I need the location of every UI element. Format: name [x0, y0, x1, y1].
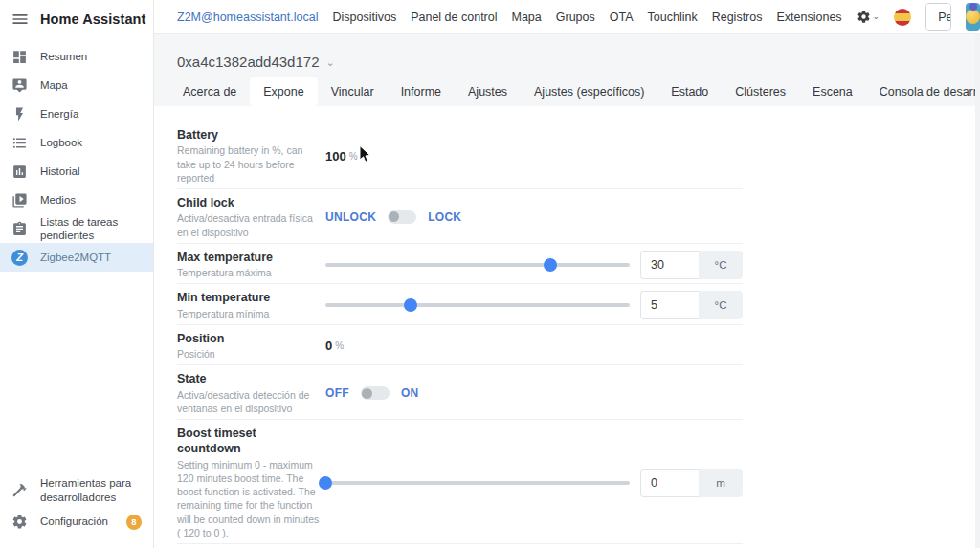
on-option-button[interactable]: LOCK	[428, 210, 461, 224]
expose-row-min-temperature: Min temperatureTemperatura mínima5°C	[177, 284, 743, 325]
expose-description: Activa/desactiva entrada física en el di…	[177, 211, 320, 239]
notification-badge: 8	[126, 515, 142, 530]
expose-label: State	[177, 371, 320, 386]
topnav-link-registros[interactable]: Registros	[712, 11, 763, 24]
sidebar-item-label: Configuración	[40, 515, 108, 528]
sidebar-item-medios[interactable]: Medios	[0, 186, 153, 214]
tab-acerca-de[interactable]: Acerca de	[169, 77, 250, 106]
chevron-down-icon: ⌄	[873, 12, 880, 21]
gear-icon	[11, 514, 28, 530]
sidebar-item-resumen[interactable]: Resumen	[0, 42, 153, 71]
off-option-button[interactable]: OFF	[325, 386, 349, 400]
exposes-card: BatteryRemaining battery in %, can take …	[154, 106, 980, 548]
topnav-link-grupos[interactable]: Grupos	[556, 11, 595, 24]
sidebar-item-label: Resumen	[40, 50, 87, 63]
value-input-group: 30°C	[640, 251, 743, 279]
expose-row-info: StateActiva/desactiva detección de venta…	[177, 369, 325, 417]
tab-informe[interactable]: Informe	[388, 77, 455, 106]
value-slider[interactable]	[325, 481, 630, 485]
expose-control: UNLOCKLOCK	[325, 210, 743, 224]
number-input[interactable]: 30	[640, 251, 699, 279]
sidebar-item-herramientas-para-desarrolladores[interactable]: Herramientas para desarrolladores	[0, 471, 153, 509]
tab-ajustes[interactable]: Ajustes	[455, 77, 521, 106]
todo-clipboard-icon	[11, 221, 28, 237]
menu-icon[interactable]	[11, 10, 30, 29]
z2m-host-link[interactable]: Z2M@homeassistant.local	[177, 11, 318, 24]
settings-menu[interactable]: ⌄	[857, 10, 880, 24]
expose-row-info: Child lockActiva/desactiva entrada físic…	[177, 193, 325, 241]
expose-label: Child lock	[177, 195, 320, 210]
device-page: 0xa4c1382add43d172 ⌄ Acerca deExponeVinc…	[154, 34, 980, 548]
app-root: Home Assistant ResumenMapaEnergíaLogbook…	[0, 0, 980, 548]
chevron-down-icon: ⌄	[325, 57, 334, 68]
toggle-thumb	[389, 211, 399, 222]
topnav-link-dispositivos[interactable]: Dispositivos	[332, 11, 396, 24]
topnav-link-ota[interactable]: OTA	[610, 11, 634, 24]
tab-cl-steres[interactable]: Clústeres	[722, 77, 799, 106]
topnav-link-mapa[interactable]: Mapa	[512, 11, 542, 24]
sidebar-item-label: Listas de tareas pendientes	[40, 215, 142, 243]
energy-bolt-icon	[11, 106, 28, 122]
permit-join-group: Permitir unirse desde (Todos) ⌄	[925, 3, 951, 31]
number-input[interactable]: 5	[640, 291, 699, 319]
hammer-icon	[11, 482, 28, 498]
tab-consola-de-desarrollo[interactable]: Consola de desarrollo	[866, 77, 980, 106]
device-id: 0xa4c1382add43d172	[177, 54, 319, 70]
sidebar-item-logbook[interactable]: Logbook	[0, 128, 153, 157]
topnav-link-panel-de-control[interactable]: Panel de control	[411, 11, 497, 24]
expose-label: Min temperature	[177, 290, 320, 305]
value-slider[interactable]	[325, 263, 630, 267]
permit-join-button[interactable]: Permitir unirse desde (Todos)	[926, 4, 951, 30]
expose-row-state: StateActiva/desactiva detección de venta…	[177, 365, 743, 420]
expose-label: Max temperature	[177, 250, 320, 265]
sidebar-item-configuraci-n[interactable]: Configuración8	[0, 509, 153, 535]
value-slider[interactable]	[325, 303, 630, 307]
toggle-switch[interactable]	[361, 386, 390, 400]
sidebar-nav: ResumenMapaEnergíaLogbookHistorialMedios…	[0, 38, 153, 471]
expose-row-info: Boost timeset countdownSetting minimum 0…	[177, 424, 325, 541]
logbook-list-icon	[11, 135, 28, 151]
toggle-switch[interactable]	[388, 210, 416, 224]
sidebar: Home Assistant ResumenMapaEnergíaLogbook…	[0, 0, 154, 548]
expose-control: 5°C	[325, 291, 743, 319]
scrollbar[interactable]	[975, 34, 980, 548]
off-option-button[interactable]: UNLOCK	[325, 210, 376, 224]
on-option-button[interactable]: ON	[401, 386, 419, 400]
expose-label: Boost timeset countdown	[177, 426, 320, 457]
tab-expone[interactable]: Expone	[250, 77, 317, 106]
sidebar-item-label: Logbook	[40, 136, 82, 149]
number-input[interactable]: 0	[640, 469, 699, 497]
expose-control: OFFON	[325, 386, 743, 400]
sidebar-item-historial[interactable]: Historial	[0, 157, 153, 186]
tab-estado[interactable]: Estado	[657, 77, 722, 106]
device-selector[interactable]: 0xa4c1382add43d172 ⌄	[154, 34, 980, 70]
topnav-link-touchlink[interactable]: Touchlink	[648, 11, 698, 24]
sidebar-item-listas-de-tareas-pendientes[interactable]: Listas de tareas pendientes	[0, 214, 153, 243]
expose-row-info: BatteryRemaining battery in %, can take …	[177, 125, 325, 186]
tab-vincular[interactable]: Vincular	[318, 77, 388, 106]
sidebar-item-label: Historial	[40, 164, 80, 178]
tab-escena[interactable]: Escena	[799, 77, 866, 106]
tab-ajustes-espec-ficos[interactable]: Ajustes (específicos)	[521, 77, 657, 106]
expose-control: 0%	[325, 339, 743, 353]
z2m-topnav: Z2M@homeassistant.local DispositivosPane…	[154, 0, 980, 34]
sidebar-header: Home Assistant	[0, 0, 153, 38]
unit-label: °C	[699, 251, 743, 279]
spanish-flag-icon[interactable]	[894, 9, 911, 26]
slider-thumb[interactable]	[404, 298, 417, 312]
expose-control: 100%	[325, 149, 743, 164]
expose-row-boost-timeset-countdown: Boost timeset countdownSetting minimum 0…	[177, 420, 743, 544]
notification-dot	[969, 3, 977, 11]
map-person-icon	[11, 77, 28, 94]
slider-thumb[interactable]	[544, 258, 557, 272]
expose-description: Activa/desactiva detección de ventanas e…	[177, 388, 320, 416]
sidebar-item-energ-a[interactable]: Energía	[0, 99, 153, 128]
device-tabs: Acerca deExponeVincularInformeAjustesAju…	[154, 77, 980, 106]
sidebar-item-zigbee2mqtt[interactable]: ZZigbee2MQTT	[0, 243, 153, 272]
sidebar-item-mapa[interactable]: Mapa	[0, 71, 153, 99]
unit-label: m	[699, 469, 743, 497]
slider-thumb[interactable]	[319, 476, 332, 490]
expose-row-position: PositionPosición0%	[177, 325, 743, 366]
expose-unit: %	[349, 151, 358, 162]
topnav-link-extensiones[interactable]: Extensiones	[776, 11, 841, 24]
